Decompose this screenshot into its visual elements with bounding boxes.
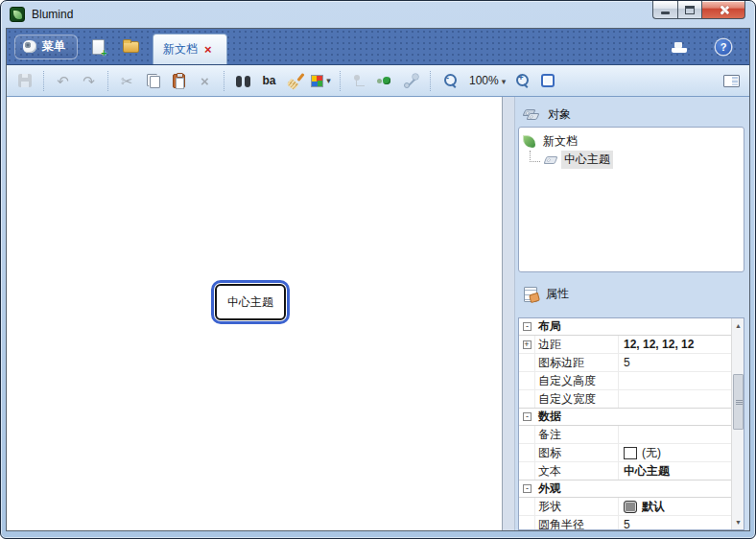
font-button[interactable]: ba: [257, 69, 281, 93]
link-line-icon: [404, 74, 418, 88]
menu-button[interactable]: 菜单: [14, 35, 78, 59]
color-button[interactable]: [309, 69, 333, 93]
property-value[interactable]: 12, 12, 12, 12: [618, 336, 731, 353]
tab-close-icon[interactable]: ×: [204, 45, 212, 55]
fit-view-icon: [541, 74, 555, 87]
category-name: 外观: [535, 480, 618, 497]
tree-item-central-topic[interactable]: 中心主题: [523, 151, 740, 169]
close-button[interactable]: [702, 1, 745, 19]
property-value-cell[interactable]: (无): [618, 444, 731, 461]
tags-icon: [524, 108, 540, 121]
category-row-data[interactable]: - 数据: [519, 408, 731, 426]
delete-button[interactable]: ×: [193, 69, 217, 93]
layout-structure-button[interactable]: [347, 69, 371, 93]
property-row-icon-margin[interactable]: 图标边距 5: [519, 354, 731, 372]
maximize-icon: [685, 6, 695, 14]
category-row-layout[interactable]: - 布局: [519, 317, 731, 336]
properties-icon: [524, 287, 538, 301]
fold-nodes-button[interactable]: [373, 69, 397, 93]
row-gutter: [519, 498, 535, 515]
collapse-expander-icon[interactable]: -: [523, 484, 532, 493]
zoom-out-button[interactable]: -: [437, 69, 461, 93]
cut-button[interactable]: ✂: [115, 69, 139, 93]
minimize-icon: [661, 12, 670, 14]
property-row-corner-radius[interactable]: 圆角半径 5: [519, 516, 731, 530]
window-controls: [652, 1, 745, 19]
category-row-appearance[interactable]: - 外观: [519, 480, 731, 498]
property-value[interactable]: 5: [618, 354, 731, 371]
client-area: 菜单 + 新文档 × ? ↶: [6, 28, 750, 531]
property-row-margin[interactable]: + 边距 12, 12, 12, 12: [519, 336, 731, 354]
tab-new-document[interactable]: 新文档 ×: [153, 34, 227, 64]
titlebar[interactable]: Blumind: [1, 1, 755, 28]
objects-title: 对象: [548, 106, 571, 123]
row-gutter: -: [519, 480, 535, 497]
format-painter-button[interactable]: [283, 69, 307, 93]
font-icon: ba: [262, 74, 275, 87]
property-value[interactable]: [618, 372, 731, 389]
property-value[interactable]: 5: [618, 516, 731, 530]
zoom-out-icon: -: [442, 73, 458, 88]
property-row-icon[interactable]: 图标 (无): [519, 444, 731, 462]
property-row-shape[interactable]: 形状 默认: [519, 498, 731, 516]
new-document-button[interactable]: +: [85, 35, 110, 59]
open-file-button[interactable]: [118, 35, 143, 59]
property-row-notes[interactable]: 备注: [519, 426, 731, 444]
expand-expander-icon[interactable]: +: [523, 340, 532, 349]
main-area: 中心主题 对象 新文档: [7, 97, 749, 530]
scrollbar-thumb[interactable]: [733, 374, 744, 430]
property-value: (无): [642, 445, 661, 461]
redo-icon: ↷: [83, 74, 95, 88]
zoom-in-button[interactable]: +: [509, 69, 533, 93]
minimize-button[interactable]: [652, 1, 677, 19]
save-button[interactable]: [12, 69, 36, 93]
collapse-expander-icon[interactable]: -: [523, 412, 532, 421]
property-name: 自定义宽度: [535, 390, 618, 408]
row-gutter: -: [519, 318, 535, 335]
menu-bar: 菜单 + 新文档 × ?: [7, 29, 749, 65]
zoom-level-dropdown[interactable]: 100%: [463, 74, 508, 87]
row-gutter: [519, 516, 535, 530]
fit-view-button[interactable]: [535, 69, 559, 93]
property-value[interactable]: [618, 426, 731, 443]
row-gutter: [519, 354, 535, 371]
property-row-text[interactable]: 文本 中心主题: [519, 462, 731, 480]
category-filler: [618, 409, 731, 425]
fold-nodes-icon: [377, 76, 393, 85]
tree-connector: [530, 151, 540, 162]
row-gutter: [519, 372, 535, 389]
shape-swatch[interactable]: [624, 501, 637, 513]
collapse-expander-icon[interactable]: -: [523, 322, 532, 331]
category-filler: [618, 480, 731, 497]
paste-button[interactable]: [167, 69, 191, 93]
link-line-button[interactable]: [399, 69, 423, 93]
scroll-up-button[interactable]: ▲: [732, 318, 744, 333]
scroll-down-button[interactable]: ▼: [732, 515, 744, 529]
cut-icon: ✂: [121, 74, 133, 88]
format-painter-icon: [287, 73, 303, 89]
maximize-button[interactable]: [677, 1, 702, 19]
collapse-toolbar-button[interactable]: [667, 35, 692, 59]
toolbar-separator: [340, 71, 341, 91]
property-value-cell[interactable]: 默认: [618, 498, 731, 515]
tree-item-document[interactable]: 新文档: [523, 132, 740, 151]
icon-none-swatch[interactable]: [624, 447, 637, 459]
help-button[interactable]: ?: [711, 35, 736, 59]
toggle-side-panel-button[interactable]: [720, 69, 744, 93]
mindmap-canvas[interactable]: 中心主题: [7, 97, 503, 530]
property-grid-scrollbar[interactable]: ▲ ▼: [731, 318, 744, 529]
panel-splitter[interactable]: [503, 97, 515, 530]
help-icon: ?: [716, 39, 731, 55]
find-button[interactable]: [231, 69, 255, 93]
window-title: Blumind: [32, 8, 73, 21]
color-palette-icon: [311, 75, 323, 87]
redo-button[interactable]: ↷: [77, 69, 101, 93]
tree-item-label: 中心主题: [561, 151, 613, 169]
copy-button[interactable]: [141, 69, 165, 93]
property-row-custom-height[interactable]: 自定义高度: [519, 372, 731, 390]
central-topic-node[interactable]: 中心主题: [215, 284, 286, 320]
property-value[interactable]: [618, 390, 731, 408]
undo-button[interactable]: ↶: [51, 69, 75, 93]
property-value[interactable]: 中心主题: [618, 462, 731, 480]
property-row-custom-width[interactable]: 自定义宽度: [519, 390, 731, 409]
